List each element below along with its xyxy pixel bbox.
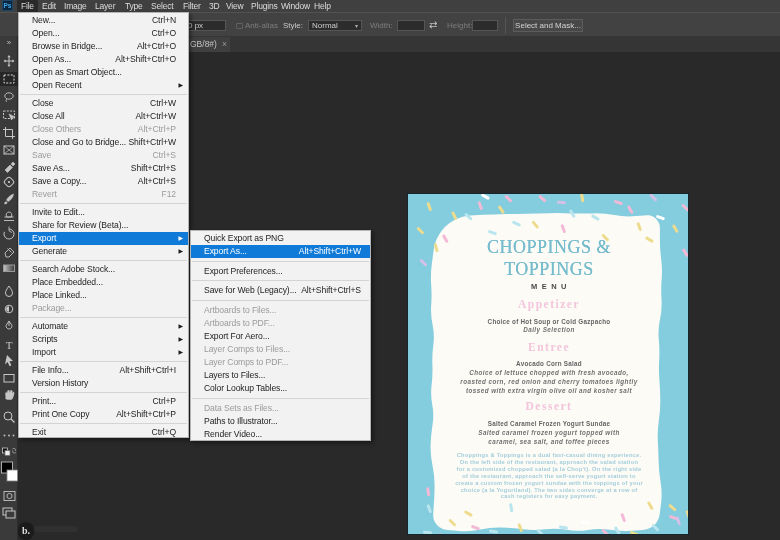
svg-text:»: »: [7, 38, 12, 47]
svg-text:T: T: [6, 339, 13, 351]
